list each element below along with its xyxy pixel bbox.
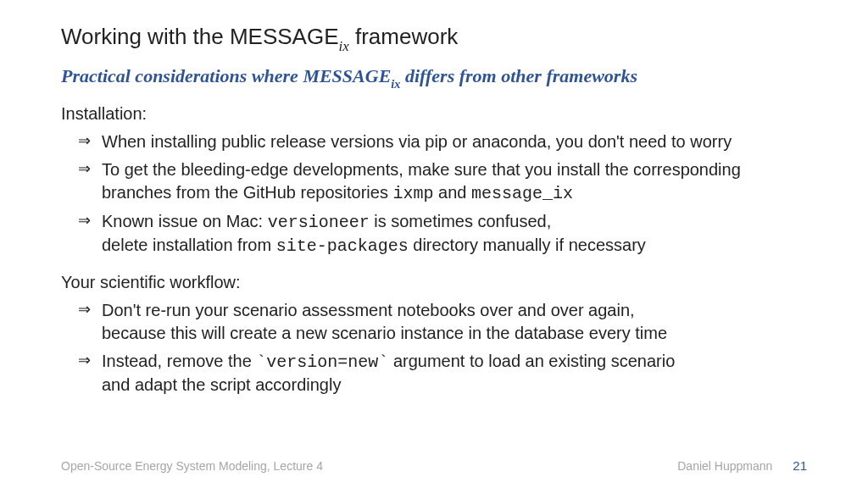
bullet-text: Don't re-run your scenario assessment no… bbox=[102, 301, 635, 319]
bullet-text: because this will create a new scenario … bbox=[102, 324, 667, 342]
bullet-text: is sometimes confused, bbox=[370, 212, 552, 230]
bullet-text: and bbox=[434, 183, 471, 202]
subtitle-text-post: differs from other frameworks bbox=[400, 65, 637, 86]
bullet-text: Instead, remove the bbox=[102, 352, 256, 370]
workflow-list: Don't re-run your scenario assessment no… bbox=[78, 299, 807, 396]
subtitle-text-pre: Practical considerations where MESSAGE bbox=[61, 65, 391, 86]
section-installation: Installation: bbox=[61, 104, 807, 124]
list-item: Instead, remove the `version=new` argume… bbox=[78, 350, 807, 396]
code-ixmp: ixmp bbox=[393, 184, 434, 203]
code-message-ix: message_ix bbox=[471, 184, 573, 203]
bullet-text: When installing public release versions … bbox=[102, 132, 732, 151]
bullet-text: delete installation from bbox=[102, 236, 276, 254]
bullet-text: and adapt the script accordingly bbox=[102, 375, 341, 394]
footer-right: Daniel Huppmann 21 bbox=[677, 458, 807, 473]
section-workflow: Your scientific workflow: bbox=[61, 273, 807, 292]
slide-title: Working with the MESSAGEix framework bbox=[61, 24, 807, 53]
bullet-text: argument to load an existing scenario bbox=[388, 352, 675, 370]
bullet-text: directory manually if necessary bbox=[409, 236, 646, 254]
bullet-text: Known issue on Mac: bbox=[102, 212, 268, 230]
code-versioneer: versioneer bbox=[268, 213, 370, 232]
title-text-pre: Working with the MESSAGE bbox=[61, 24, 339, 49]
list-item: When installing public release versions … bbox=[78, 130, 807, 153]
list-item: Don't re-run your scenario assessment no… bbox=[78, 299, 807, 345]
slide-subtitle: Practical considerations where MESSAGEix… bbox=[61, 65, 807, 90]
code-version-new: `version=new` bbox=[256, 352, 388, 372]
footer-page-number: 21 bbox=[793, 458, 807, 473]
list-item: Known issue on Mac: versioneer is someti… bbox=[78, 210, 807, 258]
footer-author: Daniel Huppmann bbox=[677, 459, 772, 473]
installation-list: When installing public release versions … bbox=[78, 130, 807, 258]
code-site-packages: site-packages bbox=[276, 236, 409, 256]
slide: Working with the MESSAGEix framework Pra… bbox=[0, 0, 868, 488]
title-text-post: framework bbox=[349, 24, 459, 49]
footer-lecture: Open-Source Energy System Modeling, Lect… bbox=[61, 459, 323, 473]
slide-footer: Open-Source Energy System Modeling, Lect… bbox=[61, 458, 807, 473]
title-subscript: ix bbox=[339, 38, 349, 54]
subtitle-subscript: ix bbox=[391, 77, 400, 91]
list-item: To get the bleeding-edge developments, m… bbox=[78, 158, 807, 205]
